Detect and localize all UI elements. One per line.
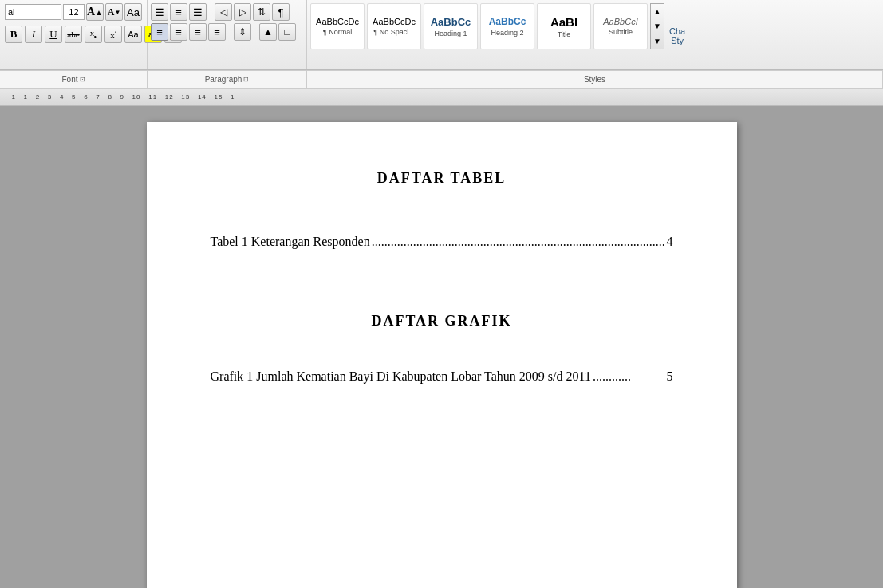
paragraph-expand-icon[interactable]: ⊡ bbox=[243, 76, 249, 83]
clear-format-icon: Aa bbox=[127, 6, 140, 18]
justify-icon: ≡ bbox=[214, 26, 220, 38]
styles-label-text: Styles bbox=[584, 75, 605, 84]
change-styles-label2: Sty bbox=[671, 36, 684, 45]
shading-icon: ▲ bbox=[263, 26, 273, 37]
bold-button[interactable]: B bbox=[5, 26, 22, 43]
line-spacing-button[interactable]: ⇕ bbox=[234, 23, 251, 41]
style-heading2-preview: AaBbCc bbox=[489, 16, 526, 27]
style-subtitle-name: Subtitle bbox=[609, 28, 633, 36]
style-subtitle-preview: AaBbCcI bbox=[603, 17, 637, 26]
align-center-button[interactable]: ≡ bbox=[170, 23, 187, 41]
style-normal-preview: AaBbCcDc bbox=[316, 17, 359, 26]
sort-icon: ⇅ bbox=[258, 6, 266, 18]
show-marks-button[interactable]: ¶ bbox=[272, 3, 290, 21]
show-marks-icon: ¶ bbox=[278, 6, 284, 18]
align-right-icon: ≡ bbox=[195, 26, 201, 38]
style-heading2[interactable]: AaBbCc Heading 2 bbox=[480, 3, 534, 49]
font-name-input[interactable]: al bbox=[5, 4, 61, 20]
toc2-dots: ............ bbox=[593, 369, 665, 384]
decrease-indent-button[interactable]: ◁ bbox=[215, 3, 232, 21]
font-row2: B I U abe x₂ x² Aa bbox=[5, 26, 142, 43]
style-normal-name: ¶ Normal bbox=[323, 28, 352, 36]
font-size-input[interactable]: 12 bbox=[63, 4, 85, 20]
ribbon-labels: Font ⊡ Paragraph ⊡ Styles bbox=[0, 70, 883, 88]
strikethrough-button[interactable]: abe bbox=[65, 26, 82, 43]
underline-button[interactable]: U bbox=[45, 26, 62, 43]
subscript-button[interactable]: x₂ bbox=[85, 26, 102, 43]
borders-button[interactable]: □ bbox=[278, 23, 296, 41]
scroll-down-icon: ▼ bbox=[653, 22, 661, 30]
multilevel-icon: ☰ bbox=[193, 6, 203, 18]
font-shrink-down-icon: ▼ bbox=[114, 9, 120, 16]
style-heading1-preview: AaBbCc bbox=[431, 16, 471, 28]
decrease-indent-icon: ◁ bbox=[220, 6, 227, 18]
paragraph-label-text: Paragraph bbox=[205, 75, 242, 84]
font-section-label: Font ⊡ bbox=[0, 71, 148, 88]
style-nospace-name: ¶ No Spaci... bbox=[373, 28, 414, 36]
style-title[interactable]: AaBI Title bbox=[537, 3, 591, 49]
line-spacing-icon: ⇕ bbox=[238, 26, 246, 37]
font-grow-button[interactable]: A▲ bbox=[86, 3, 104, 21]
bullets-button[interactable]: ☰ bbox=[151, 3, 168, 21]
underline-icon: U bbox=[49, 28, 57, 41]
italic-button[interactable]: I bbox=[25, 26, 42, 43]
style-nospace-preview: AaBbCcDc bbox=[373, 17, 416, 26]
shading-button[interactable]: ▲ bbox=[259, 23, 277, 41]
style-normal[interactable]: AaBbCcDc ¶ Normal bbox=[310, 3, 365, 49]
toc2-page: 5 bbox=[667, 369, 673, 384]
sort-button[interactable]: ⇅ bbox=[253, 3, 270, 21]
change-styles-label: Cha bbox=[669, 26, 685, 36]
style-heading1[interactable]: AaBbCc Heading 1 bbox=[424, 3, 478, 49]
style-heading2-name: Heading 2 bbox=[491, 29, 523, 37]
strikethrough-icon: abe bbox=[67, 30, 79, 39]
numbering-icon: ≡ bbox=[175, 6, 182, 18]
toc-entry-1: Tabel 1 Keterangan Responden ...........… bbox=[211, 235, 673, 249]
increase-indent-button[interactable]: ▷ bbox=[234, 3, 251, 21]
align-right-button[interactable]: ≡ bbox=[189, 23, 207, 41]
change-case-button[interactable]: Aa bbox=[124, 26, 142, 43]
font-grow-up-icon: ▲ bbox=[95, 8, 103, 17]
section2-heading: DAFTAR GRAFIK bbox=[211, 313, 673, 330]
align-left-button[interactable]: ≡ bbox=[151, 23, 168, 41]
font-shrink-label: A bbox=[108, 6, 115, 18]
change-styles-button[interactable]: Cha Sty bbox=[664, 3, 690, 69]
align-left-icon: ≡ bbox=[156, 26, 163, 38]
ruler-content: · 1 · 1 · 2 · 3 · 4 · 5 · 6 · 7 · 8 · 9 … bbox=[0, 89, 883, 105]
font-label-text: Font bbox=[61, 75, 77, 84]
font-row1: al 12 A▲ A▼ Aa bbox=[5, 3, 142, 21]
bold-icon: B bbox=[10, 28, 18, 41]
styles-section-label: Styles bbox=[307, 71, 883, 88]
document-area: DAFTAR TABEL Tabel 1 Keterangan Responde… bbox=[0, 106, 883, 588]
font-shrink-button[interactable]: A▼ bbox=[105, 3, 123, 21]
style-title-preview: AaBI bbox=[550, 15, 577, 29]
styles-section: AaBbCcDc ¶ Normal AaBbCcDc ¶ No Spaci...… bbox=[307, 0, 883, 69]
superscript-button[interactable]: x² bbox=[104, 26, 122, 43]
para-row1: ☰ ≡ ☰ ◁ ▷ ⇅ ¶ bbox=[151, 3, 303, 21]
style-heading1-name: Heading 1 bbox=[434, 30, 467, 37]
toc1-text: Tabel 1 Keterangan Responden bbox=[211, 235, 370, 249]
toc1-dots: ........................................… bbox=[372, 235, 665, 249]
increase-indent-icon: ▷ bbox=[239, 6, 246, 18]
justify-button[interactable]: ≡ bbox=[208, 23, 226, 41]
toc1-page: 4 bbox=[667, 235, 673, 249]
font-section: al 12 A▲ A▼ Aa B I bbox=[0, 0, 148, 69]
style-title-name: Title bbox=[558, 30, 571, 38]
paragraph-section: ☰ ≡ ☰ ◁ ▷ ⇅ ¶ bbox=[148, 0, 307, 69]
borders-icon: □ bbox=[284, 26, 290, 37]
toc2-text: Grafik 1 Jumlah Kematian Bayi Di Kabupat… bbox=[211, 369, 591, 384]
numbering-button[interactable]: ≡ bbox=[170, 3, 187, 21]
toc-entry-2: Grafik 1 Jumlah Kematian Bayi Di Kabupat… bbox=[211, 369, 673, 384]
style-nospace[interactable]: AaBbCcDc ¶ No Spaci... bbox=[367, 3, 421, 49]
section1-heading: DAFTAR TABEL bbox=[211, 170, 673, 187]
superscript-icon: x² bbox=[110, 30, 116, 40]
styles-scroll-control[interactable]: ▲ ▼ ▼ bbox=[650, 3, 664, 49]
scroll-up-icon: ▲ bbox=[653, 7, 661, 16]
style-subtitle[interactable]: AaBbCcI Subtitle bbox=[593, 3, 648, 49]
multilevel-button[interactable]: ☰ bbox=[189, 3, 207, 21]
font-expand-icon[interactable]: ⊡ bbox=[80, 76, 85, 83]
subscript-icon: x₂ bbox=[90, 28, 97, 40]
ruler-marks: · 1 · 1 · 2 · 3 · 4 · 5 · 6 · 7 · 8 · 9 … bbox=[6, 93, 235, 101]
document-page[interactable]: DAFTAR TABEL Tabel 1 Keterangan Responde… bbox=[147, 122, 737, 588]
clear-format-button[interactable]: Aa bbox=[124, 3, 142, 21]
bullets-icon: ☰ bbox=[155, 6, 164, 18]
